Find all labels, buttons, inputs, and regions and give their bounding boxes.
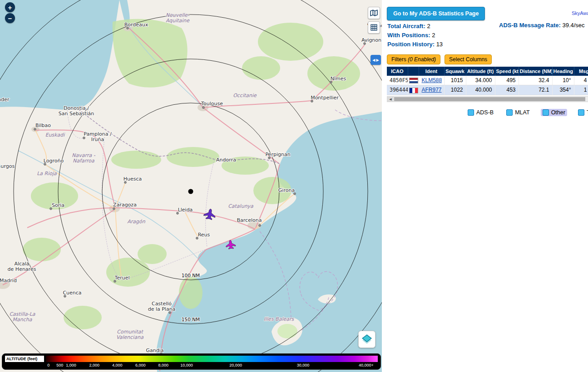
aircraft-table: ICAOIdentSquawkAltitude (ft)Speed (kt)Di… — [387, 67, 588, 95]
flag-cell — [408, 85, 419, 95]
altitude-tick: 6,000 — [135, 363, 146, 367]
sidebar-toggle-button[interactable]: ◀ ▶ — [371, 55, 381, 65]
skyaware-brand-link[interactable]: SkyAware — [572, 10, 588, 16]
column-header-squawk[interactable]: Squawk — [444, 67, 466, 76]
column-header-msgs[interactable]: Msgs — [574, 67, 588, 76]
message-rate-label: ADS-B Message Rate: — [499, 22, 561, 29]
message-rate-value: 39.4/sec — [562, 22, 584, 29]
map-label-castilla-la: Castilla-LaMancha — [9, 311, 35, 323]
column-header-distance-nm-[interactable]: Distance (NM) — [519, 67, 552, 76]
zoom-out-button[interactable]: − — [5, 13, 15, 23]
altitude-tick: 40,000+ — [359, 363, 374, 367]
heading-cell: 10° — [552, 76, 574, 85]
map-label-bordeaux: Bordeaux — [124, 22, 148, 28]
map-label-santander: Santander — [0, 97, 10, 103]
map-label-girona: Girona — [278, 187, 295, 193]
altitude-gradient-bar — [46, 356, 378, 362]
map-label-reus: Reus — [198, 232, 210, 238]
map-label-illes-balears: Illes Balears — [264, 316, 295, 322]
map-label-navarra-: Navarra -Nafarroa — [72, 152, 95, 164]
filters-enabled-count: (0 Enabled) — [408, 56, 436, 63]
aircraft-table-wrap: ICAOIdentSquawkAltitude (ft)Speed (kt)Di… — [387, 67, 588, 95]
column-header-flag[interactable] — [408, 67, 419, 76]
message-rate-stat: ADS-B Message Rate: 39.4/sec — [499, 22, 585, 29]
legend-item-ads-b[interactable]: ADS-B — [466, 109, 495, 116]
altitude-legend: ALTITUDE (feet) 05001,0002,0004,0006,000… — [2, 353, 381, 370]
altitude-tick: 1,000 — [66, 363, 76, 367]
map-canvas[interactable]: 100 NM150 NM BordeauxNouvelle-AquitaineV… — [0, 0, 382, 372]
ident-link[interactable]: AFR977 — [422, 87, 442, 93]
map-label-soria: Soria — [52, 202, 64, 208]
city-dot — [113, 208, 115, 210]
map-label-burgos: Burgos — [0, 163, 15, 169]
map-label-la-rioja: La Rioja — [37, 171, 57, 176]
aircraft-table-body: 4850F5KLM588101534.00049532.410°4396444A… — [387, 76, 588, 95]
basemap-button[interactable] — [368, 7, 380, 19]
map-label-catalunya: Catalunya — [228, 203, 253, 209]
map-label-andorra: Andorra — [216, 157, 236, 163]
legend-item-mlat[interactable]: MLAT — [504, 109, 531, 116]
map-label-barcelona: Barcelona — [237, 217, 262, 223]
ident-cell: AFR977 — [419, 85, 444, 95]
map-label-avignon: Avignon — [361, 37, 381, 43]
aircraft-row-KLM588[interactable]: 4850F5KLM588101534.00049532.410°4 — [387, 76, 588, 85]
distance-cell: 32.4 — [519, 76, 552, 85]
position-history-label: Position History: — [387, 41, 435, 48]
city-dot — [203, 107, 205, 109]
table-view-button[interactable] — [368, 21, 380, 34]
map-label-montpellier: Montpellier — [311, 95, 339, 101]
type-swatch-icon — [468, 109, 474, 116]
skyaware-app: 100 NM150 NM BordeauxNouvelle-AquitaineV… — [0, 0, 588, 372]
speed-cell: 495 — [495, 76, 519, 85]
side-panel: Go to My ADS-B Statistics Page SkyAware … — [382, 0, 588, 372]
altitude-tick: 0 — [47, 363, 49, 367]
map-label-n-mes: Nîmes — [331, 76, 346, 82]
map-label-occitanie: Occitanie — [233, 93, 257, 98]
legend-item-other[interactable]: Other — [541, 109, 567, 116]
map-label-zaragoza: Zaragoza — [113, 202, 137, 208]
altitude-legend-title: ALTITUDE (feet) — [5, 356, 44, 362]
column-header-heading[interactable]: Heading — [552, 67, 574, 76]
scroll-left-arrow-icon[interactable]: ◀ — [387, 97, 394, 102]
legend-item-label: Other — [551, 109, 565, 116]
map-label-nouvelle-: Nouvelle-Aquitaine — [166, 12, 190, 24]
aircraft-row-AFR977[interactable]: 396444AFR977102240.00045372.1354°1 — [387, 85, 588, 95]
map-label-logro-o: Logroño — [44, 158, 64, 164]
column-header-speed-kt-[interactable]: Speed (kt) — [495, 67, 519, 76]
legend-item-tis-b[interactable]: TIS-B — [576, 109, 588, 116]
zoom-in-button[interactable]: + — [5, 2, 15, 12]
layers-button[interactable] — [358, 331, 376, 348]
map-label-toulouse: Toulouse — [201, 101, 223, 107]
altitude-tick: 30,000 — [297, 363, 310, 367]
select-columns-button[interactable]: Select Columns — [445, 54, 492, 64]
map-label-huesca: Huesca — [124, 176, 142, 182]
map-label-perpignan: Perpignan — [265, 152, 290, 157]
with-positions-stat: With Positions: 2 — [387, 31, 443, 40]
city-dot — [83, 137, 85, 139]
filters-button[interactable]: Filters (0 Enabled) — [387, 54, 440, 64]
column-header-ident[interactable]: Ident — [419, 67, 444, 76]
scrollbar-thumb[interactable] — [394, 97, 585, 101]
type-filter-legend: ADS-BMLATOtherTIS-B — [466, 109, 588, 116]
total-aircraft-value: 2 — [427, 23, 430, 29]
heading-cell: 354° — [552, 85, 574, 95]
altitude-tick: 2,000 — [89, 363, 99, 367]
altitude-cell: 40.000 — [466, 85, 495, 95]
legend-item-label: MLAT — [515, 109, 529, 116]
table-horizontal-scrollbar[interactable]: ◀ — [387, 96, 588, 102]
type-swatch-icon — [506, 109, 513, 116]
flag-cell — [408, 76, 419, 85]
map-label-castell-: Castellóde la Plana — [148, 301, 176, 312]
distance-cell: 72.1 — [519, 85, 552, 95]
msgs-cell: 1 — [574, 85, 588, 95]
speed-cell: 453 — [495, 85, 519, 95]
nl-flag-icon — [409, 78, 418, 83]
filter-buttons-row: Filters (0 Enabled) Select Columns — [387, 54, 492, 64]
stats-page-button[interactable]: Go to My ADS-B Statistics Page — [387, 7, 485, 20]
map-label-arag-n: Aragón — [127, 219, 146, 225]
map-pane[interactable]: 100 NM150 NM BordeauxNouvelle-AquitaineV… — [0, 0, 382, 372]
ident-link[interactable]: KLM588 — [422, 77, 442, 83]
column-header-altitude-ft-[interactable]: Altitude (ft) — [466, 67, 495, 76]
column-header-icao[interactable]: ICAO — [387, 67, 408, 76]
map-label-gandia: Gandia — [146, 348, 163, 353]
